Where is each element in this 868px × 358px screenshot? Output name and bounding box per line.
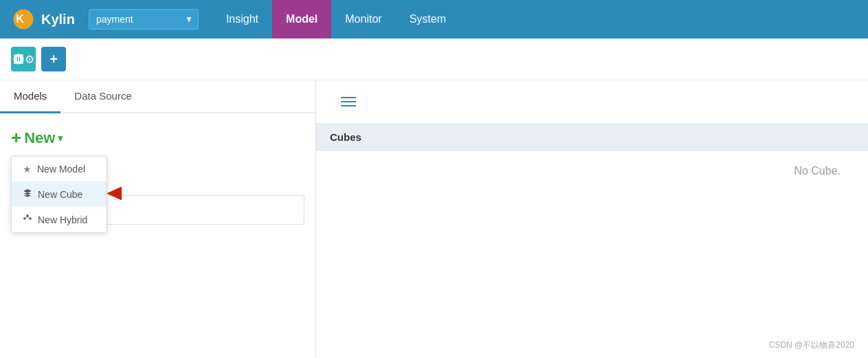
dropdown-new-cube[interactable]: New Cube	[12, 181, 107, 207]
kylin-logo: K	[11, 7, 36, 32]
svg-marker-2	[107, 186, 122, 200]
hamburger-line-2	[341, 101, 356, 102]
arrow-indicator	[107, 186, 122, 202]
brand: K Kylin	[11, 7, 75, 32]
tab-models[interactable]: Models	[0, 80, 60, 113]
add-button[interactable]: +	[41, 47, 66, 71]
new-cube-label: New Cube	[38, 189, 82, 200]
new-plus-icon: +	[11, 127, 21, 148]
footer-text: CSDN @不以物喜2020	[769, 339, 854, 351]
new-button-area: + New ▾	[0, 113, 315, 155]
new-caret-icon: ▾	[58, 133, 63, 144]
main-content: Models Data Source + New ▾ ★ New Model N…	[0, 80, 868, 357]
toolbar: ⚙ +	[0, 38, 868, 80]
svg-line-7	[27, 216, 29, 218]
tab-datasource[interactable]: Data Source	[60, 80, 145, 113]
nav-model[interactable]: Model	[272, 0, 331, 38]
brand-name: Kylin	[41, 12, 75, 27]
dropdown-menu: ★ New Model New Cube New Hyb	[11, 156, 107, 233]
right-panel: Cubes No Cube.	[316, 80, 868, 357]
hamburger-line-3	[341, 105, 356, 107]
nav-system[interactable]: System	[396, 0, 460, 38]
nav-monitor[interactable]: Monitor	[331, 0, 395, 38]
no-cube-text: No Cube.	[316, 151, 868, 191]
cubes-header: Cubes	[316, 123, 868, 151]
hamburger-area	[316, 80, 868, 123]
project-selector[interactable]: payment ▼	[89, 9, 199, 30]
navbar: K Kylin payment ▼ Insight Model Monitor …	[0, 0, 868, 38]
settings-button[interactable]: ⚙	[11, 47, 36, 71]
new-dropdown-button[interactable]: + New ▾	[11, 127, 63, 148]
nav-insight[interactable]: Insight	[212, 0, 272, 38]
dropdown-new-model[interactable]: ★ New Model	[12, 157, 107, 181]
dropdown-new-hybrid[interactable]: New Hybrid	[12, 207, 107, 232]
new-model-label: New Model	[37, 164, 85, 175]
new-label: New	[24, 129, 55, 147]
svg-text:K: K	[16, 12, 24, 25]
star-icon: ★	[23, 164, 32, 175]
cube-icon	[23, 188, 32, 200]
hybrid-icon	[23, 214, 32, 225]
settings-icon	[12, 53, 25, 65]
project-select[interactable]: payment	[89, 9, 199, 30]
new-hybrid-label: New Hybrid	[38, 214, 87, 225]
hamburger-line-1	[341, 97, 356, 98]
svg-point-3	[23, 217, 26, 220]
hamburger-button[interactable]	[327, 86, 370, 118]
plus-icon: +	[49, 52, 58, 67]
svg-line-6	[26, 216, 27, 218]
tab-bar: Models Data Source	[0, 80, 315, 113]
svg-point-5	[29, 217, 32, 220]
nav-links: Insight Model Monitor System	[212, 0, 460, 38]
left-panel: Models Data Source + New ▾ ★ New Model N…	[0, 80, 316, 357]
